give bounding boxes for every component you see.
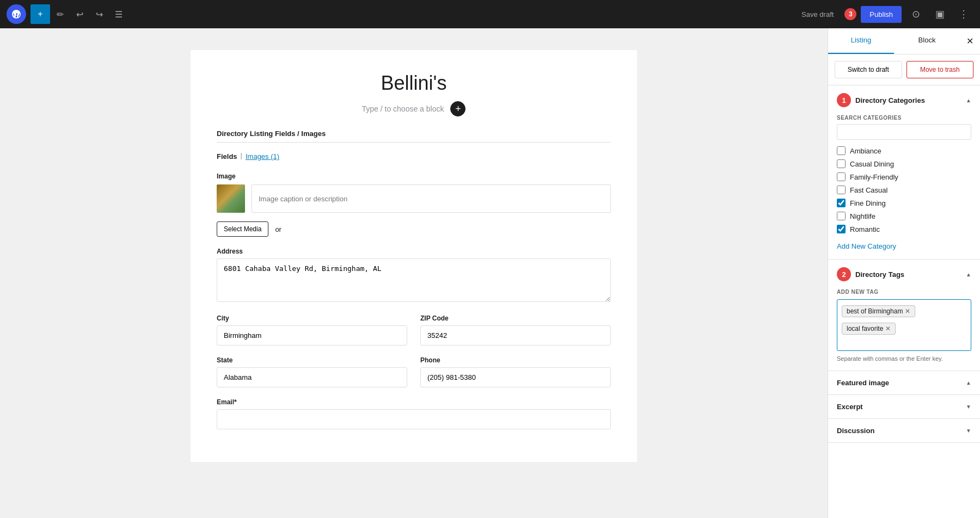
- tag-text-input[interactable]: [842, 338, 933, 346]
- discussion-chevron-icon: ▼: [966, 428, 971, 434]
- zip-label: ZIP Code: [420, 314, 611, 322]
- add-new-category-link[interactable]: Add New Category: [837, 242, 896, 250]
- category-fast-casual-label[interactable]: Fast Casual: [850, 186, 887, 194]
- tag-chip-local-favorite: local favorite ✕: [842, 323, 896, 335]
- category-fine-dining-checkbox[interactable]: [837, 199, 846, 207]
- tab-fields[interactable]: Fields: [217, 151, 237, 162]
- state-field-group: State: [217, 356, 407, 387]
- category-nightlife-checkbox[interactable]: [837, 212, 846, 220]
- category-nightlife-label[interactable]: Nightlife: [850, 212, 875, 220]
- tag-chip-label: best of Birmingham: [847, 307, 903, 315]
- categories-chevron-icon: ▲: [966, 97, 971, 103]
- app-layout: Bellini's Type / to choose a block + Dir…: [0, 28, 980, 518]
- excerpt-label: Excerpt: [837, 403, 863, 411]
- image-thumbnail: [217, 184, 245, 213]
- discussion-label: Discussion: [837, 427, 874, 435]
- redo-btn[interactable]: ↪: [89, 4, 109, 24]
- excerpt-section: Excerpt ▼: [828, 395, 980, 419]
- section-header: Directory Listing Fields / Images: [217, 130, 611, 143]
- category-romantic-checkbox[interactable]: [837, 225, 846, 233]
- phone-input[interactable]: [420, 367, 611, 387]
- email-label: Email*: [217, 398, 611, 406]
- email-input[interactable]: [217, 409, 611, 429]
- excerpt-accordion-header[interactable]: Excerpt ▼: [828, 395, 980, 418]
- tag-chip-remove-best-of-birmingham[interactable]: ✕: [905, 308, 910, 314]
- wp-logo[interactable]: [7, 4, 26, 24]
- category-ambiance-label[interactable]: Ambiance: [850, 147, 881, 155]
- city-input[interactable]: [217, 325, 407, 346]
- list-view-btn[interactable]: ☰: [109, 4, 128, 24]
- category-fast-casual: Fast Casual: [837, 186, 971, 194]
- city-label: City: [217, 314, 407, 322]
- category-casual-dining-label[interactable]: Casual Dining: [850, 160, 894, 168]
- add-new-tag-label: ADD NEW TAG: [837, 289, 971, 295]
- search-categories-label: SEARCH CATEGORIES: [837, 115, 971, 121]
- image-row: [217, 184, 611, 213]
- phone-field-group: Phone: [420, 356, 611, 387]
- category-casual-dining-checkbox[interactable]: [837, 159, 846, 168]
- address-label: Address: [217, 248, 611, 255]
- category-family-friendly-label[interactable]: Family-Friendly: [850, 173, 898, 181]
- switch-draft-button[interactable]: Switch to draft: [835, 61, 902, 78]
- select-media-button[interactable]: Select Media: [217, 221, 268, 237]
- state-label: State: [217, 356, 407, 364]
- category-family-friendly: Family-Friendly: [837, 172, 971, 181]
- sidebar-close-btn[interactable]: ✕: [960, 28, 980, 54]
- tags-input-container[interactable]: best of Birmingham ✕ local favorite ✕: [837, 299, 971, 351]
- add-block-toolbar-btn[interactable]: +: [30, 4, 50, 24]
- category-fast-casual-checkbox[interactable]: [837, 186, 846, 194]
- tab-separator: |: [240, 151, 243, 162]
- email-field-group: Email*: [217, 398, 611, 429]
- post-title[interactable]: Bellini's: [217, 72, 611, 95]
- user-avatar-btn[interactable]: ⊙: [906, 4, 926, 24]
- tags-accordion-content: ADD NEW TAG best of Birmingham ✕ local f…: [828, 289, 980, 371]
- directory-tags-section: 2 Directory Tags ▲ ADD NEW TAG best of B…: [828, 260, 980, 371]
- settings-btn[interactable]: ▣: [930, 4, 950, 24]
- featured-image-section: Featured image ▲: [828, 371, 980, 395]
- sidebar-tab-block[interactable]: Block: [894, 28, 960, 54]
- featured-image-accordion-header[interactable]: Featured image ▲: [828, 371, 980, 394]
- category-fine-dining-label[interactable]: Fine Dining: [850, 199, 886, 207]
- placeholder-text: Type / to choose a block: [362, 104, 444, 113]
- notification-badge: 3: [844, 8, 856, 20]
- tags-section-label: Directory Tags: [855, 270, 904, 279]
- tag-chip-remove-local-favorite[interactable]: ✕: [885, 325, 891, 332]
- category-casual-dining: Casual Dining: [837, 159, 971, 168]
- sidebar-actions: Switch to draft Move to trash: [828, 54, 980, 85]
- section-tabs: Fields | Images (1): [217, 151, 611, 162]
- save-draft-button[interactable]: Save draft: [795, 7, 840, 22]
- tags-accordion-header[interactable]: 2 Directory Tags ▲: [828, 260, 980, 289]
- zip-field-group: ZIP Code: [420, 314, 611, 346]
- address-input[interactable]: 6801 Cahaba Valley Rd, Birmingham, AL: [217, 258, 611, 302]
- state-phone-row: State Phone: [217, 356, 611, 398]
- editor-content: Bellini's Type / to choose a block + Dir…: [191, 50, 637, 462]
- category-ambiance-checkbox[interactable]: [837, 146, 846, 155]
- discussion-accordion-header[interactable]: Discussion ▼: [828, 419, 980, 442]
- publish-button[interactable]: Publish: [861, 6, 902, 23]
- move-trash-button[interactable]: Move to trash: [906, 61, 974, 78]
- city-zip-row: City ZIP Code: [217, 314, 611, 356]
- image-caption-input[interactable]: [252, 184, 611, 213]
- featured-image-label: Featured image: [837, 379, 889, 387]
- undo-btn[interactable]: ↩: [70, 4, 89, 24]
- sidebar-tab-listing[interactable]: Listing: [828, 28, 894, 54]
- phone-label: Phone: [420, 356, 611, 364]
- zip-input[interactable]: [420, 325, 611, 346]
- tab-images[interactable]: Images (1): [246, 151, 279, 162]
- sidebar-tabs: Listing Block ✕: [828, 28, 980, 54]
- image-field-group: Image Select Media or: [217, 172, 611, 237]
- category-family-friendly-checkbox[interactable]: [837, 172, 846, 181]
- category-romantic-label[interactable]: Romantic: [850, 225, 880, 233]
- add-block-btn[interactable]: +: [450, 101, 465, 116]
- categories-accordion-header[interactable]: 1 Directory Categories ▲: [828, 85, 980, 115]
- image-field-label: Image: [217, 172, 611, 180]
- city-field-group: City: [217, 314, 407, 346]
- discussion-section: Discussion ▼: [828, 419, 980, 443]
- search-categories-input[interactable]: [837, 124, 971, 140]
- category-fine-dining: Fine Dining: [837, 199, 971, 207]
- tag-chip-local-favorite-label: local favorite: [847, 325, 883, 332]
- more-options-btn[interactable]: ⋮: [954, 4, 973, 24]
- state-input[interactable]: [217, 367, 407, 387]
- tags-chevron-icon: ▲: [966, 272, 971, 278]
- edit-btn[interactable]: ✏: [50, 4, 70, 24]
